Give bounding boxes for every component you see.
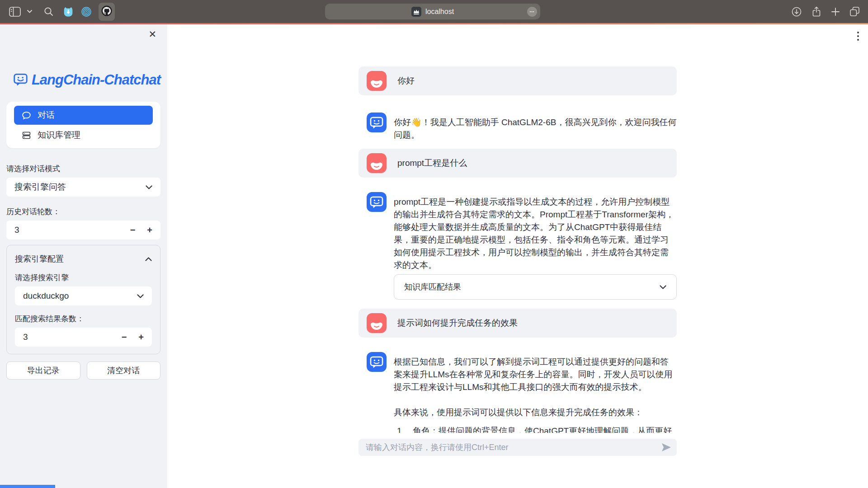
kb-match-results-expander[interactable]: 知识库匹配结果 [394, 274, 677, 300]
expander-title: 搜索引擎配置 [15, 253, 64, 264]
sidebar-item-label: 对话 [38, 109, 55, 121]
message-text: prompt工程是什么 [397, 157, 467, 169]
assistant-bot-icon [367, 192, 387, 212]
dialog-mode-select[interactable]: 搜索引擎问答 [6, 178, 160, 197]
message-text: 提示词如何提升完成任务的效果 [397, 317, 518, 329]
tab-overview-icon[interactable] [849, 6, 860, 17]
chevron-down-icon [137, 294, 144, 298]
dialog-mode-value: 搜索引擎问答 [14, 181, 66, 193]
sidebar: ✕ LangChain-Chatchat 对话 [0, 24, 167, 488]
user-message: 提示词如何提升完成任务的效果 [359, 309, 677, 338]
assistant-avatar [367, 352, 387, 372]
chat-input-bar [167, 433, 868, 488]
clear-chat-button[interactable]: 清空对话 [87, 361, 161, 380]
message-text: 具体来说，使用提示词可以提供以下信息来提升完成任务的效果： [394, 406, 677, 419]
search-engine-config-expander: 搜索引擎配置 请选择搜索引擎 duckduckgo 匹配搜索结果条数： 3 − … [6, 245, 160, 354]
sidebar-toggle-icon[interactable] [9, 7, 21, 17]
export-records-button[interactable]: 导出记录 [6, 361, 80, 380]
decrement-icon[interactable]: − [110, 333, 127, 342]
message-text: prompt工程是一种创建提示或指导以生成文本的过程，允许用户控制模型的输出并生… [394, 196, 677, 272]
assistant-bot-icon [367, 352, 387, 372]
history-rounds-value: 3 [14, 225, 118, 235]
user-message: prompt工程是什么 [359, 149, 677, 178]
sidebar-item-dialogue[interactable]: 对话 [14, 106, 153, 125]
decrement-icon[interactable]: − [118, 225, 136, 235]
kb-expander-label: 知识库匹配结果 [404, 281, 461, 293]
history-rounds-input[interactable]: 3 − + [6, 221, 160, 239]
browser-window: localhost ••• [0, 0, 868, 488]
search-engine-select[interactable]: duckduckgo [15, 286, 152, 305]
url-text: localhost [425, 8, 454, 16]
search-icon[interactable] [44, 7, 53, 16]
dialog-mode-label: 请选择对话模式 [6, 164, 160, 174]
user-face-icon [367, 71, 387, 91]
search-engine-value: duckduckgo [23, 291, 69, 301]
list-item: 角色：提供问题的背景信息，使ChatGPT更好地理解问题，从而更好地回答问题。 [406, 425, 677, 433]
expander-header[interactable]: 搜索引擎配置 [15, 253, 152, 264]
user-message: 你好 [359, 66, 677, 95]
app-logo: LangChain-Chatchat [14, 70, 160, 89]
assistant-message: 根据已知信息，我们可以了解到提示词工程可以通过提供更好的问题和答案来提升LLMs… [359, 352, 677, 433]
chat-bubble-icon [22, 111, 31, 120]
tips-list: 角色：提供问题的背景信息，使ChatGPT更好地理解问题，从而更好地回答问题。 … [394, 425, 677, 433]
user-face-icon [367, 313, 387, 333]
logo-chat-icon [14, 70, 28, 89]
user-avatar [367, 313, 387, 333]
chevron-down-icon [146, 185, 152, 189]
extension-cat-icon[interactable] [62, 6, 74, 18]
user-avatar [367, 153, 387, 173]
assistant-avatar [367, 192, 387, 212]
extension-github-active[interactable] [99, 3, 115, 21]
downloads-icon[interactable] [792, 7, 802, 17]
result-count-label: 匹配搜索结果条数： [15, 314, 152, 324]
address-bar[interactable]: localhost ••• [325, 4, 540, 19]
sidebar-item-knowledge-base[interactable]: 知识库管理 [14, 126, 153, 144]
user-face-icon [367, 153, 387, 173]
share-icon[interactable] [811, 6, 821, 17]
sidebar-item-label: 知识库管理 [38, 129, 80, 141]
assistant-bot-icon [367, 113, 387, 132]
send-icon[interactable] [661, 443, 671, 453]
result-count-input[interactable]: 3 − + [15, 328, 152, 347]
new-tab-icon[interactable] [831, 8, 840, 16]
message-text: 你好👋！我是人工智能助手 ChatGLM2-6B，很高兴见到你，欢迎问我任何问题… [394, 113, 677, 141]
message-text: 根据已知信息，我们可以了解到提示词工程可以通过提供更好的问题和答案来提升LLMs… [394, 356, 677, 394]
close-sidebar-icon[interactable]: ✕ [146, 29, 159, 39]
chevron-up-icon [145, 257, 152, 261]
message-text: 你好 [397, 75, 415, 87]
assistant-avatar [367, 113, 387, 132]
result-count-value: 3 [23, 332, 110, 342]
page-options-icon[interactable]: ••• [527, 7, 537, 17]
increment-icon[interactable]: + [127, 333, 144, 342]
sidebar-chevron-icon[interactable] [27, 10, 32, 13]
increment-icon[interactable]: + [135, 225, 152, 235]
nav-menu: 对话 知识库管理 [6, 102, 160, 148]
assistant-message: prompt工程是一种创建提示或指导以生成文本的过程，允许用户控制模型的输出并生… [359, 192, 677, 300]
logo-text: LangChain-Chatchat [32, 72, 160, 88]
chevron-down-icon [660, 285, 666, 289]
status-progress-strip [0, 485, 55, 488]
chat-scroll-area[interactable]: 你好 你好👋！我是人工智能助手 ChatGLM2-6B，很 [167, 24, 868, 433]
browser-toolbar: localhost ••• [0, 0, 868, 23]
site-favicon [411, 7, 421, 17]
chat-input[interactable] [359, 439, 677, 456]
search-engine-label: 请选择搜索引擎 [15, 272, 152, 283]
history-rounds-label: 历史对话轮数： [6, 206, 160, 217]
extension-circles-icon[interactable] [80, 6, 92, 18]
database-icon [22, 131, 31, 140]
assistant-message: 你好👋！我是人工智能助手 ChatGLM2-6B，很高兴见到你，欢迎问我任何问题… [359, 113, 677, 141]
chat-main: 你好 你好👋！我是人工智能助手 ChatGLM2-6B，很 [167, 24, 868, 488]
user-avatar [367, 71, 387, 91]
